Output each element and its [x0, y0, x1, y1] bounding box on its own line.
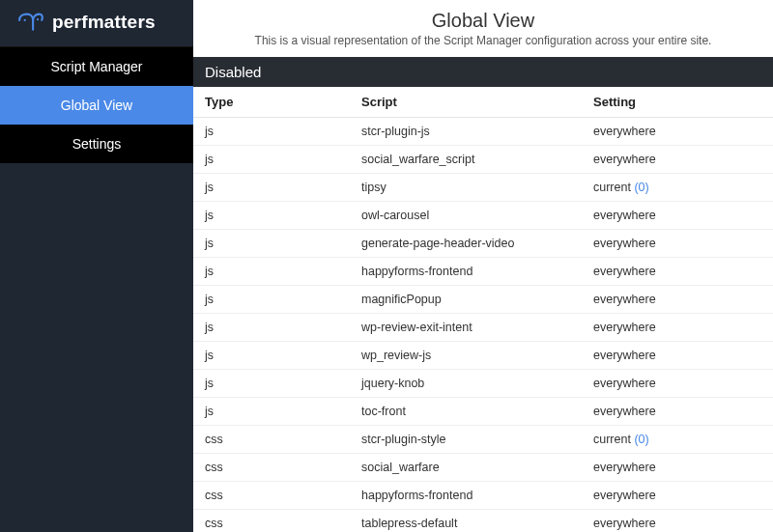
- col-header-script: Script: [350, 87, 582, 118]
- page-header: Global View This is a visual representat…: [193, 0, 773, 57]
- cell-type: css: [193, 454, 350, 482]
- table-row: csshappyforms-frontendeverywhere: [193, 482, 773, 510]
- table-row: jshappyforms-frontendeverywhere: [193, 258, 773, 286]
- nav-item-script-manager[interactable]: Script Manager: [0, 46, 193, 86]
- cell-script: happyforms-frontend: [350, 258, 582, 286]
- cell-script: wp_review-js: [350, 342, 582, 370]
- cell-type: js: [193, 146, 350, 174]
- brand: perfmatters: [0, 0, 193, 46]
- setting-value: everywhere: [593, 293, 656, 306]
- setting-value: everywhere: [593, 489, 656, 502]
- nav-item-settings[interactable]: Settings: [0, 125, 193, 163]
- setting-value: current: [593, 181, 631, 194]
- table-row: jstoc-fronteverywhere: [193, 398, 773, 426]
- cell-script: happyforms-frontend: [350, 482, 582, 510]
- setting-value: everywhere: [593, 125, 656, 138]
- cell-type: js: [193, 118, 350, 146]
- svg-point-0: [24, 19, 26, 21]
- cell-setting: everywhere: [582, 482, 773, 510]
- cell-setting: everywhere: [582, 342, 773, 370]
- cell-script: owl-carousel: [350, 202, 582, 230]
- cell-type: css: [193, 510, 350, 533]
- main-content: Global View This is a visual representat…: [193, 0, 773, 532]
- col-header-type: Type: [193, 87, 350, 118]
- sidebar-nav: Script Manager Global View Settings: [0, 46, 193, 163]
- cell-type: js: [193, 342, 350, 370]
- cell-script: magnificPopup: [350, 286, 582, 314]
- setting-value: everywhere: [593, 517, 656, 530]
- cell-setting: current (0): [582, 426, 773, 454]
- setting-value: everywhere: [593, 321, 656, 334]
- cell-setting: current (0): [582, 174, 773, 202]
- cell-setting: everywhere: [582, 146, 773, 174]
- cell-setting: everywhere: [582, 454, 773, 482]
- cell-type: js: [193, 230, 350, 258]
- cell-script: social_warfare_script: [350, 146, 582, 174]
- setting-value: everywhere: [593, 237, 656, 250]
- cell-script: tablepress-default: [350, 510, 582, 533]
- cell-setting: everywhere: [582, 230, 773, 258]
- setting-value: everywhere: [593, 265, 656, 278]
- setting-value: everywhere: [593, 209, 656, 222]
- cell-type: js: [193, 398, 350, 426]
- cell-script: tipsy: [350, 174, 582, 202]
- cell-script: stcr-plugin-style: [350, 426, 582, 454]
- table-row: jsstcr-plugin-jseverywhere: [193, 118, 773, 146]
- table-row: jsowl-carouseleverywhere: [193, 202, 773, 230]
- perfmatters-logo-icon: [17, 12, 44, 33]
- cell-type: js: [193, 174, 350, 202]
- cell-setting: everywhere: [582, 118, 773, 146]
- cell-type: js: [193, 370, 350, 398]
- table-row: jswp-review-exit-intenteverywhere: [193, 314, 773, 342]
- cell-setting: everywhere: [582, 258, 773, 286]
- setting-value: everywhere: [593, 405, 656, 418]
- table-row: jsjquery-knobeverywhere: [193, 370, 773, 398]
- cell-script: toc-front: [350, 398, 582, 426]
- cell-type: css: [193, 482, 350, 510]
- setting-value: current: [593, 433, 631, 446]
- table-row: csstablepress-defaulteverywhere: [193, 510, 773, 533]
- cell-setting: everywhere: [582, 202, 773, 230]
- table-row: jsgenerate-page-header-videoeverywhere: [193, 230, 773, 258]
- svg-point-1: [37, 18, 39, 20]
- page-subtitle: This is a visual representation of the S…: [209, 34, 758, 47]
- cell-type: js: [193, 314, 350, 342]
- cell-script: wp-review-exit-intent: [350, 314, 582, 342]
- cell-setting: everywhere: [582, 286, 773, 314]
- table-row: cssstcr-plugin-stylecurrent (0): [193, 426, 773, 454]
- setting-value: everywhere: [593, 153, 656, 166]
- cell-script: stcr-plugin-js: [350, 118, 582, 146]
- setting-value: everywhere: [593, 461, 656, 474]
- section-header-disabled: Disabled: [193, 57, 773, 87]
- cell-type: js: [193, 202, 350, 230]
- cell-type: css: [193, 426, 350, 454]
- cell-setting: everywhere: [582, 398, 773, 426]
- table-row: csssocial_warfareeverywhere: [193, 454, 773, 482]
- setting-extra-link[interactable]: (0): [634, 181, 648, 194]
- nav-item-global-view[interactable]: Global View: [0, 86, 193, 125]
- cell-type: js: [193, 286, 350, 314]
- cell-script: jquery-knob: [350, 370, 582, 398]
- table-row: jstipsycurrent (0): [193, 174, 773, 202]
- scripts-table: Type Script Setting jsstcr-plugin-jsever…: [193, 87, 773, 532]
- table-row: jswp_review-jseverywhere: [193, 342, 773, 370]
- setting-value: everywhere: [593, 349, 656, 362]
- sidebar: perfmatters Script Manager Global View S…: [0, 0, 193, 532]
- setting-value: everywhere: [593, 377, 656, 390]
- setting-extra-link[interactable]: (0): [634, 433, 648, 446]
- cell-setting: everywhere: [582, 314, 773, 342]
- cell-setting: everywhere: [582, 510, 773, 533]
- cell-setting: everywhere: [582, 370, 773, 398]
- table-row: jsmagnificPopupeverywhere: [193, 286, 773, 314]
- cell-script: generate-page-header-video: [350, 230, 582, 258]
- col-header-setting: Setting: [582, 87, 773, 118]
- brand-name: perfmatters: [52, 12, 156, 33]
- cell-script: social_warfare: [350, 454, 582, 482]
- cell-type: js: [193, 258, 350, 286]
- table-row: jssocial_warfare_scripteverywhere: [193, 146, 773, 174]
- table-header-row: Type Script Setting: [193, 87, 773, 118]
- page-title: Global View: [209, 10, 758, 32]
